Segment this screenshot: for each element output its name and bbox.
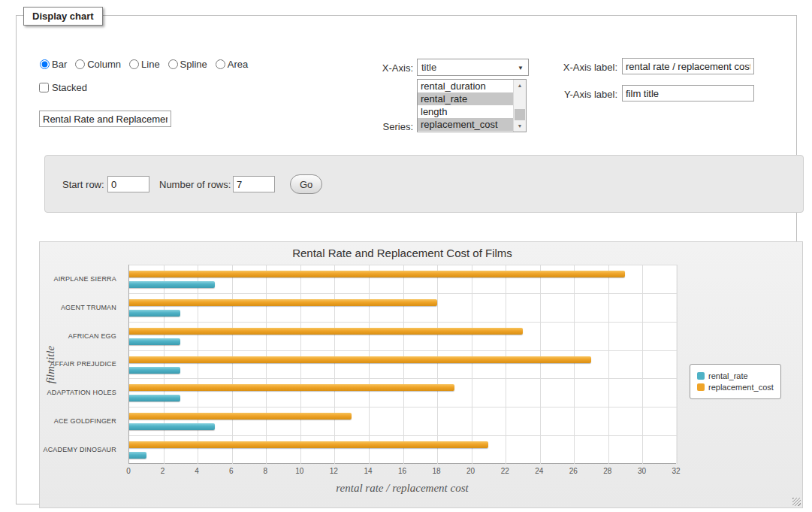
scroll-up-icon[interactable]: ▲ — [514, 80, 526, 91]
gridline — [642, 265, 643, 464]
chart-title-input[interactable] — [39, 111, 171, 127]
gridline — [506, 265, 506, 464]
x-tick-label: 14 — [364, 467, 372, 475]
scroll-down-icon[interactable]: ▼ — [514, 120, 526, 132]
start-row-label: Start row: — [62, 179, 104, 190]
legend-item-replacement-cost[interactable]: replacement_cost — [697, 383, 774, 392]
stacked-option[interactable]: Stacked — [39, 82, 87, 93]
chart-type-radio-area[interactable] — [216, 59, 225, 69]
chart-type-option-spline[interactable]: Spline — [168, 59, 207, 70]
x-tick-label: 16 — [398, 467, 406, 475]
display-chart-panel: Display chart BarColumnLineSplineArea St… — [16, 15, 797, 504]
chart-type-radio-line[interactable] — [129, 59, 139, 69]
bar-rental-rate-adaptation-holes[interactable] — [129, 395, 180, 401]
scrollbar-thumb[interactable] — [515, 109, 525, 120]
chart-type-options: BarColumnLineSplineArea — [40, 59, 256, 70]
series-option-replacement-cost[interactable]: replacement_cost — [418, 118, 514, 131]
chart-container: Rental Rate and Replacement Cost of Film… — [39, 241, 803, 508]
bar-replacement-cost-airplane-sierra[interactable] — [129, 271, 625, 277]
chart-type-option-label: Line — [141, 59, 160, 70]
chart-type-radio-column[interactable] — [75, 59, 85, 69]
x-tick-label: 2 — [161, 467, 165, 475]
number-of-rows-label: Number of rows: — [159, 179, 231, 190]
scrollbar[interactable]: ▲ ▼ — [513, 80, 526, 132]
legend-item-rental-rate[interactable]: rental_rate — [697, 371, 774, 380]
bar-rental-rate-ace-goldfinger[interactable] — [129, 423, 215, 430]
chart-legend: rental_ratereplacement_cost — [690, 364, 781, 399]
chart-type-option-label: Column — [87, 59, 121, 70]
bar-rental-rate-affair-prejudice[interactable] — [129, 367, 180, 374]
x-tick-label: 22 — [501, 467, 509, 475]
bar-rental-rate-airplane-sierra[interactable] — [129, 281, 215, 288]
legend-swatch-icon — [697, 383, 705, 391]
gridline — [300, 265, 301, 464]
x-tick-label: 30 — [638, 467, 646, 475]
series-option-rental-rate[interactable]: rental_rate — [418, 92, 514, 105]
bar-replacement-cost-ace-goldfinger[interactable] — [129, 413, 352, 420]
gridline — [403, 265, 404, 464]
resize-handle-icon[interactable] — [792, 498, 801, 506]
x-axis-label-input[interactable] — [622, 58, 754, 74]
series-options: rental_durationrental_ratelengthreplacem… — [418, 80, 514, 131]
x-tick-label: 6 — [229, 467, 234, 475]
start-row-input[interactable] — [107, 176, 149, 192]
x-tick-label: 26 — [569, 467, 578, 475]
bar-replacement-cost-adaptation-holes[interactable] — [129, 384, 454, 391]
stacked-label: Stacked — [52, 82, 87, 93]
chart-plot-area — [128, 265, 676, 464]
bar-rental-rate-academy-dinosaur[interactable] — [129, 452, 146, 459]
gridline — [129, 293, 677, 294]
x-tick-label: 8 — [263, 467, 267, 475]
legend-label: rental_rate — [708, 371, 748, 380]
go-button[interactable]: Go — [290, 174, 322, 194]
x-tick-label: 0 — [126, 467, 131, 475]
chart-type-radio-bar[interactable] — [40, 59, 50, 69]
bar-replacement-cost-african-egg[interactable] — [129, 328, 523, 335]
gridline — [129, 407, 677, 407]
gridline — [129, 322, 677, 323]
category-label: AIRPLANE SIERRA — [53, 275, 116, 283]
chart-type-option-area[interactable]: Area — [216, 59, 248, 70]
row-controls-panel: Start row: Number of rows: Go — [44, 155, 804, 213]
stacked-checkbox[interactable] — [39, 83, 49, 92]
bar-rental-rate-agent-truman[interactable] — [129, 310, 180, 317]
chart-title: Rental Rate and Replacement Cost of Film… — [128, 247, 676, 259]
category-label: AFRICAN EGG — [68, 332, 116, 340]
x-tick-label: 24 — [535, 467, 543, 475]
x-tick-label: 20 — [466, 467, 475, 475]
gridline — [129, 350, 677, 351]
x-tick-label: 18 — [433, 467, 441, 475]
gridline — [129, 435, 677, 436]
chart-x-axis-title: rental rate / replacement cost — [128, 482, 676, 495]
number-of-rows-input[interactable] — [233, 176, 275, 192]
y-axis-label-input[interactable] — [622, 85, 754, 101]
gridline — [540, 265, 541, 464]
series-option-rental-duration[interactable]: rental_duration — [418, 80, 514, 92]
chart-type-radio-spline[interactable] — [168, 59, 178, 69]
gridline — [472, 265, 472, 464]
x-axis-field-label: X-Axis: — [355, 62, 413, 74]
gridline — [266, 265, 267, 464]
legend-swatch-icon — [697, 372, 705, 380]
chart-type-option-label: Area — [228, 59, 248, 70]
app: Display chart BarColumnLineSplineArea St… — [0, 0, 812, 512]
category-label: AGENT TRUMAN — [61, 304, 116, 311]
bar-replacement-cost-affair-prejudice[interactable] — [129, 356, 591, 363]
legend-label: replacement_cost — [708, 383, 774, 392]
chart-category-labels: AIRPLANE SIERRAAGENT TRUMANAFRICAN EGGAF… — [40, 265, 122, 464]
chart-type-option-line[interactable]: Line — [129, 59, 160, 70]
x-axis-label-field-label: X-Axis label: — [551, 62, 617, 73]
bar-replacement-cost-agent-truman[interactable] — [129, 299, 437, 306]
chart-type-option-bar[interactable]: Bar — [40, 59, 67, 70]
series-multiselect[interactable]: rental_durationrental_ratelengthreplacem… — [417, 79, 527, 132]
series-option-length[interactable]: length — [418, 105, 514, 118]
gridline — [437, 265, 438, 464]
bar-replacement-cost-academy-dinosaur[interactable] — [129, 441, 488, 448]
x-axis-select[interactable]: title ▼ — [417, 59, 529, 76]
category-label: ADAPTATION HOLES — [47, 389, 116, 396]
chevron-down-icon: ▼ — [518, 65, 524, 71]
bar-rental-rate-african-egg[interactable] — [129, 338, 180, 345]
chart-type-option-column[interactable]: Column — [75, 59, 121, 70]
gridline — [574, 265, 575, 464]
x-tick-label: 28 — [603, 467, 611, 475]
